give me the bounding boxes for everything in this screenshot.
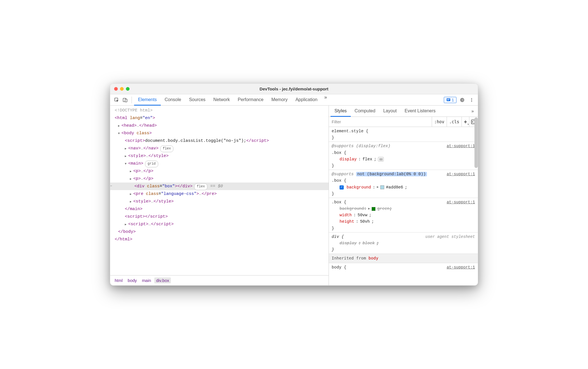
tab-application[interactable]: Application xyxy=(291,94,321,106)
main-toolbar: Elements Console Sources Network Perform… xyxy=(110,94,478,106)
css-declaration[interactable]: width: 50vw; xyxy=(332,212,475,218)
plus-icon xyxy=(463,120,467,124)
console-reference: == $0 xyxy=(210,184,223,189)
color-swatch-icon[interactable] xyxy=(372,207,376,211)
dom-node[interactable]: <nav>…</nav>flex xyxy=(110,145,329,152)
close-window-button[interactable] xyxy=(114,87,118,91)
separator xyxy=(132,97,132,103)
highlighted-query: not (background:lab(0% 0 0)) xyxy=(356,172,427,176)
tab-network[interactable]: Network xyxy=(209,94,234,106)
dom-node[interactable]: <html lang="en"> xyxy=(110,114,329,122)
dom-node[interactable]: <p>…</p> xyxy=(110,167,329,175)
layout-pill-flex[interactable]: flex xyxy=(160,145,173,152)
filter-input[interactable] xyxy=(329,119,432,124)
window-title: DevTools - jec.fyi/demo/at-support xyxy=(110,86,478,91)
cls-toggle[interactable]: .cls xyxy=(447,117,462,127)
issues-badge[interactable]: 1 xyxy=(444,97,456,103)
subtab-more-icon[interactable]: » xyxy=(469,106,476,117)
flex-editor-icon[interactable] xyxy=(378,157,384,161)
css-declaration[interactable]: height: 50vh; xyxy=(332,218,475,225)
styles-body[interactable]: element.style { } @supports (display:fle… xyxy=(329,127,478,285)
dom-node[interactable]: </body> xyxy=(110,228,329,236)
svg-rect-4 xyxy=(447,99,450,99)
scrollbar-thumb[interactable] xyxy=(474,117,478,168)
style-rule[interactable]: @supports (display:flex) at-support:1 .b… xyxy=(329,142,478,170)
layout-pill-flex[interactable]: flex xyxy=(194,183,207,190)
layout-pill-grid[interactable]: grid xyxy=(145,161,158,167)
dom-node[interactable]: </html> xyxy=(110,236,329,243)
minimize-window-button[interactable] xyxy=(120,87,124,91)
rule-source-link[interactable]: at-support:1 xyxy=(447,143,475,149)
dom-node[interactable]: <p>…</p> xyxy=(110,175,329,183)
style-rule-ua[interactable]: div { user agent stylesheet display: blo… xyxy=(329,233,478,254)
more-tabs-icon[interactable]: » xyxy=(321,94,330,105)
settings-icon[interactable] xyxy=(458,96,466,104)
dom-node[interactable]: <script>…</script> xyxy=(110,220,329,228)
dom-node[interactable]: </main> xyxy=(110,205,329,213)
tab-console[interactable]: Console xyxy=(161,94,185,106)
dom-node[interactable]: <body class> xyxy=(110,129,329,137)
color-swatch-icon[interactable] xyxy=(380,185,384,189)
style-rule[interactable]: body { at-support:1 xyxy=(329,263,478,271)
elements-panel: <!DOCTYPE html> <html lang="en"> <head>…… xyxy=(110,106,329,285)
subtab-event-listeners[interactable]: Event Listeners xyxy=(401,106,439,117)
tab-elements[interactable]: Elements xyxy=(134,94,161,106)
main-tabs: Elements Console Sources Network Perform… xyxy=(134,94,444,105)
svg-rect-2 xyxy=(125,99,127,102)
inherited-from-bar: Inherited from body xyxy=(329,254,478,263)
dom-node[interactable]: <head>…</head> xyxy=(110,122,329,129)
css-declaration[interactable]: display: block; xyxy=(332,240,475,247)
css-declaration[interactable]: ✓ background: ▶ #add8e6; xyxy=(332,184,475,191)
dom-node[interactable]: <script>document.body.classList.toggle("… xyxy=(110,137,329,145)
issues-icon xyxy=(446,98,451,102)
dom-node-selected[interactable]: <div class="box"></div>flex== $0 xyxy=(110,183,329,190)
tab-performance[interactable]: Performance xyxy=(234,94,268,106)
breadcrumb-item[interactable]: html xyxy=(113,277,124,283)
breadcrumb-item[interactable]: main xyxy=(140,277,153,283)
css-declaration[interactable]: display: flex; xyxy=(332,156,475,163)
property-checkbox-icon[interactable]: ✓ xyxy=(340,185,344,190)
dom-node[interactable]: <main>grid xyxy=(110,160,329,167)
dom-node[interactable]: <pre class="language-css">…</pre> xyxy=(110,190,329,198)
new-style-rule-button[interactable] xyxy=(462,117,469,127)
supports-query: @supports (display:flex) xyxy=(332,143,390,149)
style-rule[interactable]: @supports not (background:lab(0% 0 0)) a… xyxy=(329,170,478,198)
titlebar: DevTools - jec.fyi/demo/at-support xyxy=(110,84,478,94)
device-toolbar-icon[interactable] xyxy=(121,96,129,104)
subtab-styles[interactable]: Styles xyxy=(331,106,351,117)
style-rule-element[interactable]: element.style { } xyxy=(329,127,478,142)
breadcrumb: html body main div.box xyxy=(110,275,329,285)
ua-label: user agent stylesheet xyxy=(426,234,475,240)
dom-node[interactable]: <script></script> xyxy=(110,213,329,220)
dom-node[interactable]: <style>…</style> xyxy=(110,152,329,160)
sub-tabs: Styles Computed Layout Event Listeners » xyxy=(329,106,478,117)
breadcrumb-item-active[interactable]: div.box xyxy=(154,277,171,283)
expand-arrow-icon[interactable]: ▶ xyxy=(377,185,379,190)
svg-point-7 xyxy=(471,99,472,100)
svg-point-8 xyxy=(471,101,472,102)
hov-toggle[interactable]: :hov xyxy=(432,117,447,127)
dom-tree[interactable]: <!DOCTYPE html> <html lang="en"> <head>…… xyxy=(110,106,329,275)
expand-arrow-icon[interactable]: ▶ xyxy=(368,206,370,211)
devtools-window: DevTools - jec.fyi/demo/at-support Eleme… xyxy=(110,83,478,286)
more-menu-icon[interactable] xyxy=(468,96,476,104)
subtab-layout[interactable]: Layout xyxy=(379,106,401,117)
tab-sources[interactable]: Sources xyxy=(185,94,209,106)
traffic-lights xyxy=(114,87,130,91)
css-declaration[interactable]: background: ▶ green; xyxy=(332,206,475,212)
rule-source-link[interactable]: at-support:1 xyxy=(447,264,475,270)
rule-source-link[interactable]: at-support:1 xyxy=(447,199,475,205)
dom-node[interactable]: <!DOCTYPE html> xyxy=(110,107,329,114)
fullscreen-window-button[interactable] xyxy=(126,87,130,91)
styles-panel: Styles Computed Layout Event Listeners »… xyxy=(329,106,478,285)
breadcrumb-item[interactable]: body xyxy=(126,277,139,283)
inspect-element-icon[interactable] xyxy=(112,96,121,104)
content-area: <!DOCTYPE html> <html lang="en"> <head>…… xyxy=(110,106,478,285)
tab-memory[interactable]: Memory xyxy=(267,94,291,106)
supports-query: @supports not (background:lab(0% 0 0)) xyxy=(332,171,427,177)
subtab-computed[interactable]: Computed xyxy=(351,106,379,117)
rule-source-link[interactable]: at-support:1 xyxy=(447,171,475,177)
style-rule[interactable]: .box { at-support:1 background: ▶ green;… xyxy=(329,198,478,233)
styles-toolbar: :hov .cls xyxy=(329,117,478,127)
dom-node[interactable]: <style>…</style> xyxy=(110,198,329,205)
